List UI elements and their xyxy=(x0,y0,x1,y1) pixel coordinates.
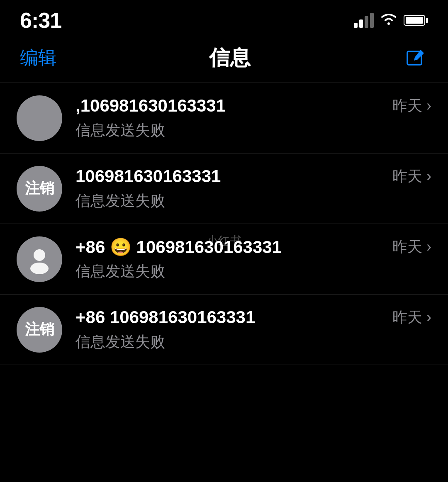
message-name: 106981630163331 xyxy=(75,166,221,186)
status-bar: 6:31 xyxy=(0,0,448,37)
status-icons xyxy=(354,11,428,30)
signal-icon xyxy=(354,13,374,28)
chevron-icon: › xyxy=(426,168,431,185)
chevron-icon: › xyxy=(426,238,431,256)
message-meta: 昨天 › xyxy=(392,166,431,187)
message-preview: 信息发送失败 xyxy=(75,261,431,282)
message-time: 昨天 xyxy=(392,237,422,257)
avatar: 注销 xyxy=(17,307,62,353)
list-item[interactable]: +86 😀 106981630163331 昨天 › 信息发送失败 xyxy=(0,224,448,295)
message-header: 106981630163331 昨天 › xyxy=(75,166,431,187)
message-content: +86 😀 106981630163331 昨天 › 信息发送失败 xyxy=(75,237,431,282)
compose-button[interactable] xyxy=(403,46,428,71)
list-item[interactable]: 注销 106981630163331 昨天 › 信息发送失败 xyxy=(0,153,448,224)
message-meta: 昨天 › xyxy=(392,237,431,257)
message-header: ,106981630163331 昨天 › xyxy=(75,96,431,116)
message-meta: 昨天 › xyxy=(392,307,431,328)
wifi-icon xyxy=(380,11,398,30)
message-name: +86 😀 106981630163331 xyxy=(75,237,282,257)
avatar: 注销 xyxy=(17,166,62,212)
message-preview: 信息发送失败 xyxy=(75,332,431,352)
svg-point-0 xyxy=(387,22,390,25)
message-preview: 信息发送失败 xyxy=(75,191,431,211)
status-time: 6:31 xyxy=(20,8,61,33)
chevron-icon: › xyxy=(426,97,431,114)
message-header: +86 😀 106981630163331 昨天 › xyxy=(75,237,431,257)
nav-bar: 编辑 信息 xyxy=(0,37,448,83)
svg-point-2 xyxy=(34,249,45,261)
avatar xyxy=(17,236,62,282)
message-time: 昨天 xyxy=(392,307,422,328)
battery-icon xyxy=(404,15,428,26)
message-content: +86 106981630163331 昨天 › 信息发送失败 xyxy=(75,307,431,352)
message-list: ,106981630163331 昨天 › 信息发送失败 注销 10698163… xyxy=(0,83,448,365)
message-preview: 信息发送失败 xyxy=(75,120,431,141)
message-content: 106981630163331 昨天 › 信息发送失败 xyxy=(75,166,431,211)
message-time: 昨天 xyxy=(392,166,422,187)
list-item[interactable]: 注销 +86 106981630163331 昨天 › 信息发送失败 xyxy=(0,295,448,365)
chevron-icon: › xyxy=(426,309,431,326)
message-meta: 昨天 › xyxy=(392,96,431,116)
message-name: +86 106981630163331 xyxy=(75,307,255,327)
message-time: 昨天 xyxy=(392,96,422,116)
svg-point-3 xyxy=(30,263,49,274)
avatar xyxy=(17,95,62,141)
message-header: +86 106981630163331 昨天 › xyxy=(75,307,431,328)
edit-button[interactable]: 编辑 xyxy=(20,46,56,70)
message-name: ,106981630163331 xyxy=(75,96,226,116)
page-title: 信息 xyxy=(209,44,251,72)
list-item[interactable]: ,106981630163331 昨天 › 信息发送失败 xyxy=(0,83,448,153)
message-content: ,106981630163331 昨天 › 信息发送失败 xyxy=(75,96,431,141)
